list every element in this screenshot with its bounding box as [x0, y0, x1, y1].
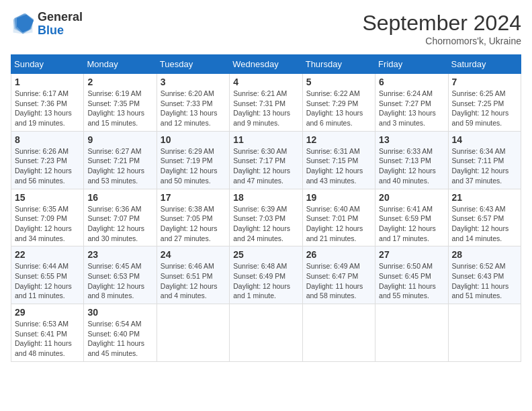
day-info: Sunrise: 6:35 AMSunset: 7:09 PMDaylight:…	[15, 204, 80, 244]
day-number: 14	[452, 134, 517, 145]
day-info: Sunrise: 6:54 AMSunset: 6:40 PMDaylight:…	[87, 319, 152, 359]
day-cell-10: 10Sunrise: 6:29 AMSunset: 7:19 PMDayligh…	[157, 131, 229, 189]
day-info: Sunrise: 6:24 AMSunset: 7:27 PMDaylight:…	[379, 89, 444, 128]
weekday-header-monday: Monday	[84, 55, 157, 74]
day-cell-19: 19Sunrise: 6:40 AMSunset: 7:01 PMDayligh…	[302, 189, 375, 246]
day-cell-20: 20Sunrise: 6:41 AMSunset: 6:59 PMDayligh…	[375, 189, 448, 246]
week-row-2: 8Sunrise: 6:26 AMSunset: 7:23 PMDaylight…	[11, 131, 521, 189]
day-number: 29	[15, 307, 80, 318]
day-info: Sunrise: 6:41 AMSunset: 6:59 PMDaylight:…	[379, 204, 444, 244]
day-info: Sunrise: 6:45 AMSunset: 6:53 PMDaylight:…	[87, 261, 152, 301]
day-info: Sunrise: 6:31 AMSunset: 7:15 PMDaylight:…	[306, 146, 371, 186]
weekday-header-sunday: Sunday	[11, 55, 84, 74]
weekday-header-saturday: Saturday	[448, 55, 521, 74]
day-info: Sunrise: 6:36 AMSunset: 7:07 PMDaylight:…	[87, 204, 152, 244]
day-cell-1: 1Sunrise: 6:17 AMSunset: 7:36 PMDaylight…	[11, 74, 84, 132]
week-row-1: 1Sunrise: 6:17 AMSunset: 7:36 PMDaylight…	[11, 74, 521, 132]
day-number: 5	[306, 77, 371, 87]
day-number: 30	[87, 307, 152, 318]
day-info: Sunrise: 6:53 AMSunset: 6:41 PMDaylight:…	[15, 319, 80, 359]
day-number: 24	[161, 249, 226, 260]
day-cell-23: 23Sunrise: 6:45 AMSunset: 6:53 PMDayligh…	[84, 246, 157, 304]
weekday-header-thursday: Thursday	[302, 55, 375, 74]
day-cell-30: 30Sunrise: 6:54 AMSunset: 6:40 PMDayligh…	[84, 304, 157, 362]
day-cell-3: 3Sunrise: 6:20 AMSunset: 7:33 PMDaylight…	[157, 74, 229, 132]
day-number: 18	[233, 192, 298, 203]
day-info: Sunrise: 6:38 AMSunset: 7:05 PMDaylight:…	[161, 204, 226, 244]
day-info: Sunrise: 6:17 AMSunset: 7:36 PMDaylight:…	[15, 89, 80, 128]
day-info: Sunrise: 6:50 AMSunset: 6:45 PMDaylight:…	[379, 261, 444, 301]
weekday-header-row: SundayMondayTuesdayWednesdayThursdayFrid…	[11, 55, 521, 74]
day-info: Sunrise: 6:40 AMSunset: 7:01 PMDaylight:…	[306, 204, 371, 244]
calendar-table: SundayMondayTuesdayWednesdayThursdayFrid…	[11, 54, 521, 362]
day-info: Sunrise: 6:44 AMSunset: 6:55 PMDaylight:…	[15, 261, 80, 301]
week-row-4: 22Sunrise: 6:44 AMSunset: 6:55 PMDayligh…	[11, 246, 521, 304]
day-cell-14: 14Sunrise: 6:34 AMSunset: 7:11 PMDayligh…	[448, 131, 521, 189]
day-cell-21: 21Sunrise: 6:43 AMSunset: 6:57 PMDayligh…	[448, 189, 521, 246]
day-cell-8: 8Sunrise: 6:26 AMSunset: 7:23 PMDaylight…	[11, 131, 84, 189]
title-area: September 2024 Chornomors'k, Ukraine	[362, 11, 521, 46]
day-number: 1	[15, 77, 80, 87]
day-number: 19	[306, 192, 371, 203]
day-number: 27	[379, 249, 444, 260]
empty-cell	[157, 304, 229, 362]
day-number: 11	[233, 134, 298, 145]
day-cell-13: 13Sunrise: 6:33 AMSunset: 7:13 PMDayligh…	[375, 131, 448, 189]
day-info: Sunrise: 6:25 AMSunset: 7:25 PMDaylight:…	[452, 89, 517, 128]
day-cell-27: 27Sunrise: 6:50 AMSunset: 6:45 PMDayligh…	[375, 246, 448, 304]
day-info: Sunrise: 6:33 AMSunset: 7:13 PMDaylight:…	[379, 146, 444, 186]
month-title: September 2024	[362, 11, 521, 36]
day-info: Sunrise: 6:19 AMSunset: 7:35 PMDaylight:…	[87, 89, 152, 128]
day-number: 17	[161, 192, 226, 203]
empty-cell	[375, 304, 448, 362]
day-number: 3	[161, 77, 226, 87]
day-info: Sunrise: 6:39 AMSunset: 7:03 PMDaylight:…	[233, 204, 298, 244]
day-cell-6: 6Sunrise: 6:24 AMSunset: 7:27 PMDaylight…	[375, 74, 448, 132]
weekday-header-tuesday: Tuesday	[157, 55, 229, 74]
day-number: 23	[87, 249, 152, 260]
day-info: Sunrise: 6:22 AMSunset: 7:29 PMDaylight:…	[306, 89, 371, 128]
day-cell-24: 24Sunrise: 6:46 AMSunset: 6:51 PMDayligh…	[157, 246, 229, 304]
day-number: 15	[15, 192, 80, 203]
day-cell-26: 26Sunrise: 6:49 AMSunset: 6:47 PMDayligh…	[302, 246, 375, 304]
day-info: Sunrise: 6:48 AMSunset: 6:49 PMDaylight:…	[233, 261, 298, 301]
day-cell-11: 11Sunrise: 6:30 AMSunset: 7:17 PMDayligh…	[230, 131, 302, 189]
day-info: Sunrise: 6:29 AMSunset: 7:19 PMDaylight:…	[161, 146, 226, 186]
logo-icon	[11, 12, 35, 36]
day-number: 20	[379, 192, 444, 203]
day-cell-22: 22Sunrise: 6:44 AMSunset: 6:55 PMDayligh…	[11, 246, 84, 304]
day-number: 21	[452, 192, 517, 203]
day-info: Sunrise: 6:30 AMSunset: 7:17 PMDaylight:…	[233, 146, 298, 186]
day-cell-9: 9Sunrise: 6:27 AMSunset: 7:21 PMDaylight…	[84, 131, 157, 189]
day-cell-2: 2Sunrise: 6:19 AMSunset: 7:35 PMDaylight…	[84, 74, 157, 132]
day-number: 16	[87, 192, 152, 203]
day-number: 7	[452, 77, 517, 87]
day-info: Sunrise: 6:21 AMSunset: 7:31 PMDaylight:…	[233, 89, 298, 128]
day-cell-5: 5Sunrise: 6:22 AMSunset: 7:29 PMDaylight…	[302, 74, 375, 132]
day-info: Sunrise: 6:27 AMSunset: 7:21 PMDaylight:…	[87, 146, 152, 186]
day-cell-16: 16Sunrise: 6:36 AMSunset: 7:07 PMDayligh…	[84, 189, 157, 246]
day-cell-12: 12Sunrise: 6:31 AMSunset: 7:15 PMDayligh…	[302, 131, 375, 189]
day-cell-4: 4Sunrise: 6:21 AMSunset: 7:31 PMDaylight…	[230, 74, 302, 132]
empty-cell	[302, 304, 375, 362]
weekday-header-friday: Friday	[375, 55, 448, 74]
week-row-3: 15Sunrise: 6:35 AMSunset: 7:09 PMDayligh…	[11, 189, 521, 246]
day-info: Sunrise: 6:46 AMSunset: 6:51 PMDaylight:…	[161, 261, 226, 301]
day-number: 6	[379, 77, 444, 87]
day-number: 10	[161, 134, 226, 145]
day-number: 4	[233, 77, 298, 87]
day-number: 8	[15, 134, 80, 145]
day-number: 26	[306, 249, 371, 260]
day-cell-17: 17Sunrise: 6:38 AMSunset: 7:05 PMDayligh…	[157, 189, 229, 246]
day-cell-28: 28Sunrise: 6:52 AMSunset: 6:43 PMDayligh…	[448, 246, 521, 304]
logo-text: General Blue	[38, 11, 83, 38]
day-info: Sunrise: 6:20 AMSunset: 7:33 PMDaylight:…	[161, 89, 226, 128]
day-info: Sunrise: 6:34 AMSunset: 7:11 PMDaylight:…	[452, 146, 517, 186]
week-row-5: 29Sunrise: 6:53 AMSunset: 6:41 PMDayligh…	[11, 304, 521, 362]
day-number: 13	[379, 134, 444, 145]
day-cell-7: 7Sunrise: 6:25 AMSunset: 7:25 PMDaylight…	[448, 74, 521, 132]
day-cell-18: 18Sunrise: 6:39 AMSunset: 7:03 PMDayligh…	[230, 189, 302, 246]
empty-cell	[448, 304, 521, 362]
day-number: 25	[233, 249, 298, 260]
day-number: 28	[452, 249, 517, 260]
